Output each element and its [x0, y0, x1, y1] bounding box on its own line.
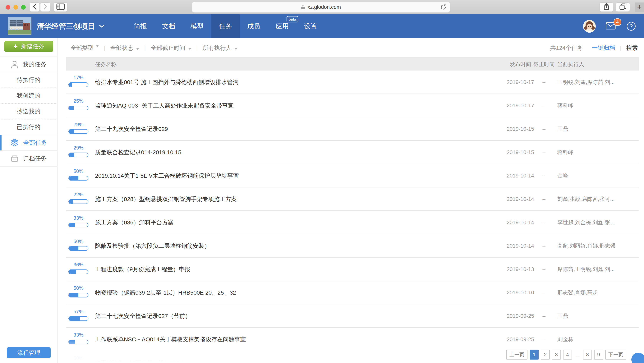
new-task-button[interactable]: + 新建任务: [4, 41, 53, 52]
task-row[interactable]: 36%工程进度款（9月份完成工程量）申报2019-10-13–席陈茜,王明锐,刘…: [66, 258, 639, 281]
help-button[interactable]: ?: [627, 22, 636, 31]
due-date: –: [526, 188, 562, 211]
nav-tab-members[interactable]: 成员: [240, 14, 268, 38]
progress-fill: [69, 316, 80, 320]
chevron-down-icon: [99, 24, 105, 28]
task-title[interactable]: 工程进度款（9月份完成工程量）申报: [95, 258, 190, 281]
due-date: –: [526, 258, 562, 281]
progress-bar: [68, 340, 88, 344]
task-row[interactable]: 50%隐蔽及检验批（第六段负二层墙柱钢筋安装）2019-10-14–高超,刘丽娇…: [66, 234, 639, 258]
nav-tab-brief[interactable]: 简报: [126, 14, 154, 38]
due-date: –: [526, 211, 562, 234]
task-title[interactable]: 给排水专业001号 施工围挡外与舜德楼西侧增设排水管沟: [95, 70, 238, 94]
tab-overview-button[interactable]: [616, 2, 630, 12]
next-page-button[interactable]: 下一页: [605, 350, 626, 360]
task-row[interactable]: 50%2019.10.14关于1-5L-V木工合模破坏钢筋保护层垫块事宜2019…: [66, 164, 639, 188]
process-management-button[interactable]: 流程管理: [7, 347, 50, 358]
task-row[interactable]: 33%施工方案（036）卸料平台方案2019-10-14–李世超,刘金栋,刘鑫,…: [66, 211, 639, 234]
page-button-9[interactable]: 9: [594, 350, 603, 360]
new-tab-button[interactable]: +: [635, 2, 644, 12]
prev-page-button[interactable]: 上一页: [506, 350, 528, 360]
due-date: –: [526, 141, 562, 164]
progress-bar: [68, 106, 88, 110]
project-switcher[interactable]: 清华经管三创项目: [37, 14, 105, 38]
progress-bar: [68, 270, 88, 274]
task-title[interactable]: 第二十七次安全检查记录027（节前）: [95, 304, 191, 328]
page-button-1[interactable]: 1: [530, 350, 538, 360]
close-window-button[interactable]: [6, 5, 10, 10]
sidebar-item-my-tasks[interactable]: 我的任务: [0, 56, 57, 72]
nav-tab-label: 文档: [162, 22, 175, 31]
current-executors: 席陈茜,王明锐,刘鑫,刘...: [557, 258, 638, 281]
sidebar-item-label: 我创建的: [17, 92, 40, 100]
sidebar-toggle-button[interactable]: [54, 2, 68, 12]
forward-chevron-icon: [43, 4, 48, 11]
sidebar-item-archived-tasks[interactable]: 归档任务: [0, 151, 57, 166]
task-title[interactable]: 2019.10.14关于1-5L-V木工合模破坏钢筋保护层垫块事宜: [95, 164, 239, 188]
progress-percent: 29%: [68, 122, 88, 128]
progress-bar: [68, 293, 88, 298]
progress-fill: [69, 200, 73, 204]
nav-tab-label: 应用: [276, 22, 289, 31]
page-button-4[interactable]: 4: [563, 350, 572, 360]
progress-percent: 57%: [68, 308, 88, 314]
share-icon: [604, 3, 609, 11]
nav-tab-apps[interactable]: 应用beta: [268, 14, 296, 38]
avatar[interactable]: [583, 20, 596, 32]
task-row[interactable]: 57%第二十七次安全检查记录027（节前）2019-09-25–王鼎: [66, 304, 639, 328]
current-executors: 李世超,刘金栋,刘鑫,张...: [557, 211, 638, 234]
sidebar-item-pending[interactable]: 待执行的: [0, 72, 57, 88]
task-title[interactable]: 物资报验（钢筋039-2层至-1层）HRB500E 20、25、32: [95, 281, 236, 304]
plus-icon: +: [637, 3, 642, 12]
page-button-3[interactable]: 3: [552, 350, 561, 360]
plus-icon: +: [14, 42, 18, 50]
task-row[interactable]: 25%监理通知AQ-003--关于工人高处作业未配备安全带事宜2019-10-1…: [66, 94, 639, 117]
nav-tabs: 简报文档模型任务成员应用beta设置: [126, 14, 325, 38]
task-title[interactable]: 质量联合检查记录014-2019.10.15: [95, 141, 181, 164]
current-executors: 刘金栋: [557, 328, 638, 351]
unread-count-badge: 4: [614, 18, 622, 26]
task-row[interactable]: 33%工作联系单NSC－AQ014关于模板支撑架搭设存在问题事宜2019-09-…: [66, 328, 639, 351]
sidebar-item-label: 我的任务: [22, 60, 46, 68]
reload-icon[interactable]: [440, 4, 446, 10]
task-row[interactable]: 17%给排水专业001号 施工围挡外与舜德楼西侧增设排水管沟2019-10-17…: [66, 70, 639, 94]
nav-tab-label: 任务: [219, 22, 232, 31]
task-row[interactable]: 22%施工方案（028）型钢悬挑双排钢管脚手架专项施工方案2019-10-14–…: [66, 188, 639, 211]
progress-bar: [68, 176, 88, 180]
url-text: xz.glodon.com: [308, 4, 341, 10]
back-button[interactable]: [30, 2, 40, 12]
maximize-window-button[interactable]: [21, 5, 26, 10]
task-title[interactable]: 施工方案（036）卸料平台方案: [95, 211, 174, 234]
task-row[interactable]: 29%质量联合检查记录014-2019.10.152019-10-15–蒋科峰: [66, 141, 639, 164]
progress-percent: 36%: [68, 262, 88, 268]
nav-tab-tasks[interactable]: 任务: [211, 14, 240, 38]
task-title[interactable]: 工作联系单NSC－AQ014关于模板支撑架搭设存在问题事宜: [95, 328, 246, 351]
task-title[interactable]: 木工检验批（地下二层（段）钢筋）: [95, 351, 187, 363]
sidebar-item-cc-to-me[interactable]: 抄送我的: [0, 104, 57, 120]
messages-button[interactable]: 4: [606, 22, 616, 30]
sidebar-toggle-icon: [56, 4, 65, 11]
page-button-2[interactable]: 2: [541, 350, 550, 360]
progress-fill: [69, 270, 76, 274]
project-navbar: 清华经管三创项目 简报文档模型任务成员应用beta设置: [0, 14, 644, 38]
progress-fill: [69, 83, 72, 87]
nav-tab-label: 成员: [247, 22, 260, 31]
nav-tab-model[interactable]: 模型: [183, 14, 211, 38]
nav-tab-settings[interactable]: 设置: [296, 14, 325, 38]
project-title: 清华经管三创项目: [37, 22, 95, 31]
task-title[interactable]: 第二十九次安全检查记录029: [95, 117, 168, 141]
task-row[interactable]: 50%物资报验（钢筋039-2层至-1层）HRB500E 20、25、32201…: [66, 281, 639, 304]
address-bar[interactable]: xz.glodon.com: [192, 2, 450, 12]
forward-button[interactable]: [40, 2, 50, 12]
task-title[interactable]: 监理通知AQ-003--关于工人高处作业未配备安全带事宜: [95, 94, 234, 117]
page-button-8[interactable]: 8: [583, 350, 592, 360]
sidebar-item-created-by-me[interactable]: 我创建的: [0, 88, 57, 104]
task-title[interactable]: 施工方案（028）型钢悬挑双排钢管脚手架专项施工方案: [95, 188, 237, 211]
sidebar-item-all-tasks[interactable]: 全部任务: [0, 135, 57, 151]
task-row[interactable]: 29%第二十九次安全检查记录0292019-10-15–王鼎: [66, 117, 639, 141]
minimize-window-button[interactable]: [14, 5, 18, 10]
task-title[interactable]: 隐蔽及检验批（第六段负二层墙柱钢筋安装）: [95, 234, 210, 258]
nav-tab-docs[interactable]: 文档: [154, 14, 183, 38]
sidebar-item-executed[interactable]: 已执行的: [0, 120, 57, 135]
share-button[interactable]: [600, 2, 613, 12]
